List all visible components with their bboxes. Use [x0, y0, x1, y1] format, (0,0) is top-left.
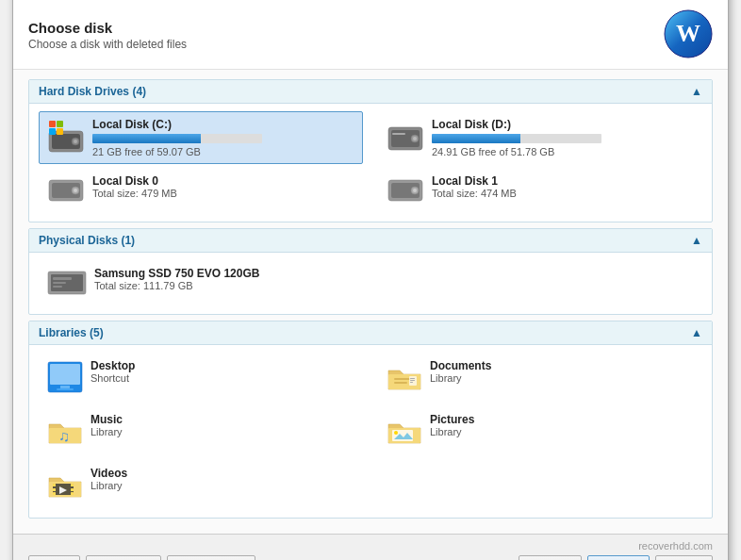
library-item-music[interactable]: ♫ Music Library — [39, 406, 363, 456]
ssd-icon — [47, 269, 87, 300]
pictures-name: Pictures — [430, 413, 694, 426]
svg-text:♫: ♫ — [58, 428, 70, 444]
music-name: Music — [91, 413, 354, 426]
svg-rect-48 — [53, 484, 56, 486]
disk-c-info: Local Disk (C:) 21 GB free of 59.07 GB — [92, 118, 354, 157]
svg-rect-53 — [71, 492, 74, 495]
svg-rect-51 — [71, 484, 74, 486]
svg-rect-39 — [410, 382, 413, 383]
hard-disk-section: Hard Disk Drives (4) ▲ — [28, 79, 713, 222]
libraries-body: Desktop Shortcut — [29, 345, 712, 518]
svg-rect-31 — [60, 386, 70, 388]
disk-0-name: Local Disk 0 — [92, 174, 354, 188]
step-title: Choose disk — [28, 20, 664, 36]
disk-item-d[interactable]: Local Disk (D:) 24.91 GB free of 51.78 G… — [378, 111, 702, 164]
hard-disk-body: Local Disk (C:) 21 GB free of 59.07 GB — [29, 104, 712, 222]
svg-rect-6 — [49, 121, 56, 127]
disk-c-bar-fill — [92, 134, 201, 143]
pictures-icon — [387, 415, 422, 450]
disk-0-icon — [47, 176, 85, 207]
hard-disk-grid: Local Disk (C:) 21 GB free of 59.07 GB — [39, 111, 702, 214]
music-sub: Library — [91, 426, 354, 437]
svg-rect-30 — [50, 364, 80, 385]
libraries-chevron: ▲ — [691, 326, 702, 339]
disk-d-icon — [387, 120, 424, 156]
documents-info: Documents Library — [430, 359, 694, 384]
ssd-name: Samsung SSD 750 EVO 120GB — [94, 267, 259, 280]
back-button[interactable]: < Back — [519, 555, 582, 561]
app-logo: W — [664, 9, 713, 61]
videos-info: Videos Library — [91, 467, 354, 491]
disk-item-1[interactable]: Local Disk 1 Total size: 474 MB — [378, 168, 702, 214]
library-item-videos[interactable]: Videos Library — [39, 460, 363, 510]
library-item-documents[interactable]: Documents Library — [378, 353, 702, 403]
physical-disk-chevron: ▲ — [691, 234, 702, 247]
desktop-icon — [47, 361, 83, 396]
physical-disk-title: Physical Disks (1) — [39, 234, 135, 247]
documents-sub: Library — [430, 372, 694, 384]
ssd-info: Samsung SSD 750 EVO 120GB Total size: 11… — [94, 267, 259, 291]
hard-disk-chevron: ▲ — [691, 85, 702, 98]
svg-rect-10 — [57, 128, 63, 135]
samsung-ssd-item[interactable]: Samsung SSD 750 EVO 120GB Total size: 11… — [39, 260, 268, 306]
svg-rect-34 — [394, 378, 411, 380]
desktop-info: Desktop Shortcut — [91, 359, 354, 384]
libraries-header[interactable]: Libraries (5) ▲ — [29, 321, 712, 345]
library-grid: Desktop Shortcut — [39, 353, 702, 510]
ssd-total: Total size: 111.79 GB — [94, 280, 259, 291]
hard-disk-title: Hard Disk Drives (4) — [39, 85, 146, 98]
disk-0-info: Local Disk 0 Total size: 479 MB — [92, 174, 354, 199]
svg-rect-26 — [53, 277, 72, 280]
step-subtitle: Choose a disk with deleted files — [28, 38, 664, 51]
svg-rect-38 — [410, 380, 415, 381]
options-button[interactable]: Options ▾ — [86, 555, 162, 561]
disk-c-icon — [47, 120, 85, 156]
disk-d-info: Local Disk (D:) 24.91 GB free of 51.78 G… — [432, 118, 694, 157]
svg-rect-50 — [53, 492, 56, 495]
svg-rect-35 — [394, 382, 407, 384]
svg-point-19 — [74, 189, 77, 192]
help-button[interactable]: Help — [28, 555, 80, 561]
physical-disk-section: Physical Disks (1) ▲ Sa — [28, 228, 713, 315]
svg-point-23 — [413, 189, 417, 192]
music-icon: ♫ — [47, 415, 83, 450]
videos-sub: Library — [91, 480, 354, 491]
disk-d-bar-fill — [432, 134, 520, 143]
videos-icon — [47, 469, 83, 503]
svg-rect-27 — [53, 282, 66, 284]
svg-rect-37 — [410, 378, 415, 379]
next-button[interactable]: Next > — [587, 555, 650, 561]
content-area: Hard Disk Drives (4) ▲ — [13, 70, 728, 534]
disk-item-0[interactable]: Local Disk 0 Total size: 479 MB — [39, 168, 363, 214]
disk-item-c[interactable]: Local Disk (C:) 21 GB free of 59.07 GB — [39, 111, 363, 164]
svg-rect-7 — [57, 121, 63, 127]
libraries-section: Libraries (5) ▲ — [28, 321, 713, 519]
app-window: RS Word Recovery 2.6 (Unregistered versi… — [12, 0, 729, 560]
footer: recoverhdd.com Help Options ▾ Registrati… — [13, 534, 728, 561]
disk-c-name: Local Disk (C:) — [92, 118, 354, 131]
svg-rect-49 — [53, 488, 56, 491]
svg-point-45 — [394, 431, 398, 435]
desktop-sub: Shortcut — [91, 372, 354, 384]
disk-c-free: 21 GB free of 59.07 GB — [92, 146, 354, 157]
disk-d-bar — [432, 134, 601, 143]
header-area: Choose disk Choose a disk with deleted f… — [13, 0, 728, 70]
disk-1-info: Local Disk 1 Total size: 474 MB — [432, 174, 694, 199]
close-button[interactable]: Close — [655, 555, 713, 561]
disk-d-name: Local Disk (D:) — [432, 118, 694, 131]
desktop-name: Desktop — [91, 359, 354, 372]
physical-disk-body: Samsung SSD 750 EVO 120GB Total size: 11… — [29, 253, 712, 314]
pictures-sub: Library — [430, 426, 694, 437]
svg-rect-52 — [71, 488, 74, 491]
library-item-desktop[interactable]: Desktop Shortcut — [39, 353, 363, 403]
footer-buttons: Help Options ▾ Registration < Back Next … — [28, 555, 713, 561]
svg-point-14 — [413, 137, 417, 140]
svg-rect-9 — [49, 128, 56, 135]
documents-icon — [387, 361, 422, 396]
disk-d-free: 24.91 GB free of 51.78 GB — [432, 146, 694, 157]
library-item-pictures[interactable]: Pictures Library — [378, 406, 702, 456]
physical-disk-header[interactable]: Physical Disks (1) ▲ — [29, 229, 712, 253]
pictures-info: Pictures Library — [430, 413, 694, 437]
registration-button[interactable]: Registration — [167, 555, 255, 561]
hard-disk-header[interactable]: Hard Disk Drives (4) ▲ — [29, 80, 712, 104]
